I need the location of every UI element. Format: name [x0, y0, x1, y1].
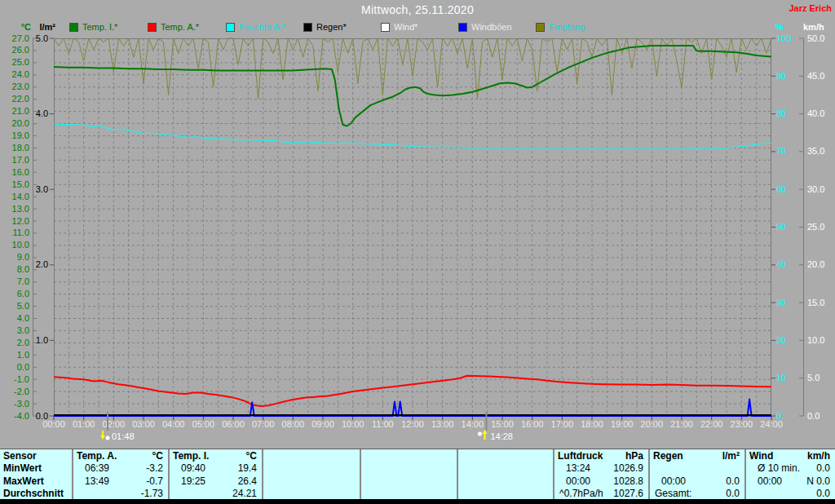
y-tick-label: 40 [776, 259, 786, 269]
summary-table: SensorMinWertMaxWertDurchschnittTemp. A.… [0, 449, 835, 499]
x-tick-label: 23:00 [731, 419, 753, 429]
moonset-icon [100, 431, 110, 440]
table-cell: N 0.0 [806, 475, 835, 487]
y-tick-label: 21.0 [12, 106, 29, 116]
table-row: Durchschnitt [0, 488, 72, 501]
legend-item-temp-i: Temp. I.* [69, 22, 117, 32]
table-cell: 13:24 [554, 462, 590, 474]
y-tick-label: 4.0 [17, 313, 29, 323]
legend-item-temp-a: Temp. A.* [148, 22, 199, 32]
page-title: Mittwoch, 25.11.2020 [0, 3, 835, 16]
table-section-temp-a: Temp. A.°C06:39-3.213:49-0.7-1.73 [72, 449, 168, 499]
legend-swatch [536, 23, 545, 32]
plot-area [54, 38, 771, 416]
table-cell: 06:39 [73, 462, 109, 474]
y-tick-label: -3.0 [14, 399, 29, 409]
table-row [361, 475, 457, 488]
x-tick-label: 11:00 [372, 419, 394, 429]
table-row: MinWert [0, 462, 72, 475]
legend-swatch [303, 23, 312, 32]
table-section-empty-2 [262, 449, 360, 499]
table-row [263, 449, 360, 462]
table-section-empty-4 [457, 449, 553, 499]
table-cell: Durchschnitt [0, 488, 64, 499]
y-tick-label: 10 [776, 373, 786, 382]
y-tick-label: 2.0 [17, 338, 29, 347]
table-cell: °C [152, 450, 168, 462]
table-row: Ø 10 min.0.0 [746, 462, 835, 475]
legend-label: Feuchte A.* [239, 22, 285, 32]
y-tick-label: 100 [776, 33, 791, 43]
user-name: Jarz Erich [789, 3, 832, 13]
y-tick-label: 80 [776, 108, 786, 118]
table-row [361, 488, 457, 501]
table-row: 06:39-3.2 [73, 462, 168, 475]
chart-legend: Temp. I.*Temp. A.*Feuchte A.*Regen*Wind*… [0, 22, 835, 33]
table-cell: °C [246, 450, 262, 462]
table-row [361, 462, 457, 475]
x-tick-label: 09:00 [311, 419, 334, 429]
y-tick-label: 60 [776, 184, 786, 194]
table-row [458, 475, 553, 488]
table-cell: 0.0 [726, 475, 744, 487]
y-tick-label: 1.0 [17, 350, 29, 360]
x-tick-label: 03:00 [132, 419, 155, 429]
table-cell: km/h [807, 450, 835, 462]
table-row: 00:00N 0.0 [746, 475, 835, 488]
table-cell: 26.4 [238, 475, 262, 487]
y-tick-label: 22.0 [12, 94, 29, 104]
x-tick-label: 05:00 [192, 419, 215, 429]
table-row: Regenl/m² [650, 449, 744, 462]
table-section-wind: Windkm/hØ 10 min.0.000:00N 0.00.0 [744, 449, 835, 499]
x-tick-label: 16:00 [521, 419, 544, 429]
legend-label: Temp. A.* [161, 22, 199, 32]
y-tick-label: 9.0 [17, 252, 29, 262]
table-cell: 19.4 [238, 462, 262, 474]
y-tick-label: 5.0 [17, 301, 29, 311]
y-tick-label: 15.0 [12, 179, 29, 189]
table-row: Temp. I.°C [170, 449, 262, 462]
y-tick-label: 0.0 [807, 411, 820, 421]
table-cell: 00:00 [746, 475, 782, 487]
y-tick-label: 3.0 [17, 325, 29, 335]
table-row-labels: SensorMinWertMaxWertDurchschnitt [0, 449, 72, 499]
weather-app-window: 27.026.025.024.023.022.021.020.019.018.0… [0, 0, 835, 504]
marker-time-label: 01:48 [112, 431, 135, 441]
y-tick-label: 10.0 [807, 335, 824, 345]
table-row [458, 488, 553, 501]
x-tick-label: 18:00 [581, 419, 603, 429]
y-tick-label: 1.0 [36, 335, 48, 345]
legend-label: Regen* [316, 22, 347, 32]
legend-swatch [69, 23, 78, 32]
legend-item-windböen: Windböen [458, 22, 512, 32]
x-tick-label: 10:00 [342, 419, 364, 429]
table-cell: 09:40 [170, 462, 205, 474]
x-tick-label: 19:00 [611, 419, 634, 429]
table-row: Gesamt:0.0 [650, 488, 744, 501]
x-tick-label: 12:00 [401, 419, 424, 429]
legend-swatch [226, 23, 235, 32]
table-row: -1.73 [73, 488, 168, 501]
y-tick-label: 0.0 [17, 362, 29, 372]
y-tick-label: 23.0 [12, 82, 29, 91]
y-tick-label: 70 [776, 146, 786, 156]
table-row: 19:2526.4 [170, 475, 262, 488]
x-tick-label: 01:00 [73, 419, 95, 429]
x-tick-label: 07:00 [252, 419, 275, 429]
table-cell: 19:25 [170, 475, 205, 487]
y-tick-label: 50.0 [807, 33, 824, 43]
table-cell: -3.2 [146, 462, 168, 474]
table-cell: 0.0 [816, 462, 835, 474]
y-tick-label: 2.0 [36, 259, 48, 269]
table-section-luftdruck: LuftdruckhPa13:241026.900:001028.8^0.7hP… [553, 449, 648, 499]
table-row: Windkm/h [746, 449, 835, 462]
y-tick-label: 8.0 [17, 264, 29, 274]
table-cell: -0.7 [146, 475, 168, 487]
y-tick-label: 5.0 [36, 33, 48, 43]
y-tick-label: 24.0 [12, 69, 29, 79]
table-cell: MinWert [0, 462, 42, 474]
legend-item-wind: Wind* [381, 22, 418, 32]
y-tick-label: 30 [776, 298, 786, 307]
legend-swatch [148, 23, 157, 32]
table-row [458, 462, 553, 475]
